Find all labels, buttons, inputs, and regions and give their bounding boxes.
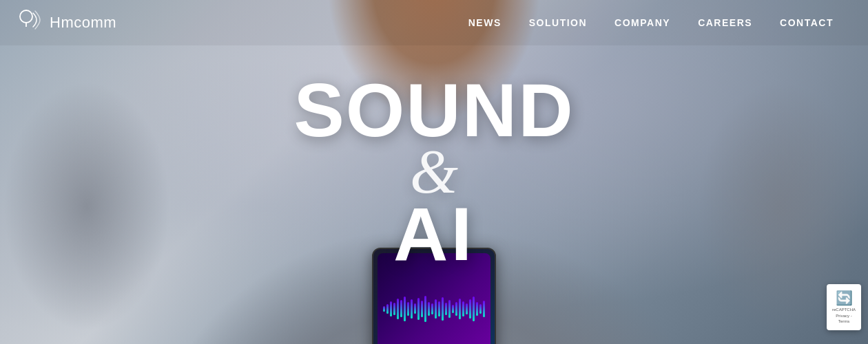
waveform-bar: [435, 299, 437, 319]
waveform-bar: [438, 301, 440, 316]
waveform-bar: [476, 302, 478, 316]
waveform-bar: [397, 299, 399, 319]
waveform-bar: [479, 304, 482, 314]
waveform-bar: [431, 303, 433, 314]
waveform-bar: [452, 305, 454, 313]
recaptcha-badge[interactable]: 🔄 reCAPTCHA Privacy - Terms: [827, 284, 861, 330]
waveform-bar: [448, 300, 451, 318]
waveform-bar: [400, 300, 402, 317]
hero-sound-text: SOUND: [227, 72, 641, 148]
waveform-bar: [390, 301, 392, 316]
recaptcha-sub: Privacy - Terms: [831, 314, 857, 325]
waveform-bar: [393, 303, 395, 315]
audio-waveform: [378, 295, 490, 323]
nav-links: NEWS SOLUTION COMPANY CAREERS CONTACT: [455, 10, 847, 35]
waveform-bar: [466, 303, 468, 314]
waveform-bar: [459, 299, 461, 319]
waveform-bar: [421, 301, 423, 317]
waveform-bar: [455, 302, 457, 316]
waveform-bar: [424, 296, 426, 322]
logo-link[interactable]: Hmcomm: [14, 8, 116, 38]
nav-contact[interactable]: CONTACT: [766, 10, 847, 35]
waveform-bar: [383, 306, 385, 312]
waveform-bar: [411, 299, 413, 319]
logo-text: Hmcomm: [50, 14, 116, 32]
nav-company[interactable]: COMPANY: [601, 10, 684, 35]
logo-icon: [14, 8, 44, 38]
hero-ai-text: AI: [227, 196, 641, 272]
waveform-bar: [473, 297, 475, 321]
waveform-bar: [417, 298, 420, 320]
hero-text-block: SOUND & AI: [227, 72, 641, 272]
waveform-bar: [462, 301, 464, 316]
waveform-bar: [414, 303, 416, 314]
hero-ampersand-text: &: [227, 141, 641, 203]
nav-careers[interactable]: CAREERS: [684, 10, 766, 35]
waveform-bar: [445, 303, 447, 315]
svg-point-0: [20, 10, 32, 23]
waveform-bar: [469, 299, 471, 319]
waveform-bar: [428, 302, 430, 316]
nav-news[interactable]: NEWS: [455, 10, 515, 35]
waveform-bar: [407, 302, 409, 316]
hero-section: Hmcomm NEWS SOLUTION COMPANY CAREERS CON…: [0, 0, 868, 344]
nav-solution[interactable]: SOLUTION: [515, 10, 601, 35]
waveform-bar: [386, 304, 389, 314]
recaptcha-label: reCAPTCHA: [832, 308, 856, 313]
waveform-bar: [404, 297, 406, 321]
navbar: Hmcomm NEWS SOLUTION COMPANY CAREERS CON…: [0, 0, 868, 45]
waveform-bar: [483, 301, 485, 317]
waveform-bar: [442, 297, 444, 321]
recaptcha-icon: 🔄: [836, 290, 853, 306]
